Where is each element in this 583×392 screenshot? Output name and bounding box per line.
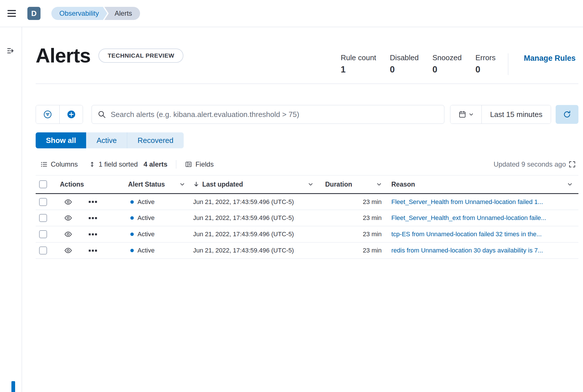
search-input[interactable] [111, 110, 438, 119]
row-actions-menu-button[interactable] [89, 201, 97, 203]
alert-reason-link[interactable]: tcp-ES from Unnamed-location failed 32 t… [391, 231, 542, 238]
alert-reason-link[interactable]: Fleet_Server_Health from Unnamed-locatio… [391, 198, 543, 205]
eye-icon [64, 246, 72, 254]
stat-label: Errors [475, 53, 496, 62]
plus-in-circle-icon [67, 110, 76, 119]
alert-status-value: Active [137, 247, 155, 254]
menu-toggle-button[interactable] [7, 9, 19, 18]
columns-label: Columns [51, 160, 78, 168]
search-icon [98, 110, 106, 119]
eye-icon [64, 230, 72, 238]
eye-icon [64, 198, 72, 206]
search-bar-row: Last 15 minutes [36, 105, 578, 124]
row-actions-menu-button[interactable] [89, 233, 97, 235]
add-filter-button[interactable] [59, 105, 83, 124]
expand-sidebar-button[interactable] [5, 45, 17, 57]
fullscreen-icon [568, 160, 576, 168]
chevron-down-icon [179, 181, 185, 187]
view-alert-details-button[interactable] [64, 214, 72, 222]
alerts-search-box[interactable] [92, 105, 444, 124]
row-checkbox[interactable] [39, 214, 47, 222]
row-actions-menu-button[interactable] [89, 217, 97, 219]
column-header-last-updated[interactable]: Last updated [191, 175, 319, 194]
stat-label: Snoozed [432, 53, 462, 62]
filter-in-circle-icon [43, 110, 52, 119]
column-header-duration[interactable]: Duration [319, 175, 388, 194]
filter-show-all[interactable]: Show all [36, 132, 86, 148]
query-filter-group [36, 105, 83, 124]
filter-active[interactable]: Active [86, 132, 127, 148]
list-icon [40, 161, 48, 168]
sorted-label: 1 field sorted [99, 160, 138, 168]
fields-button[interactable]: Fields [185, 160, 214, 168]
alert-row: Active Jun 21, 2022, 17:43:59.496 (UTC-5… [36, 243, 578, 259]
boxes-horizontal-icon [89, 250, 97, 252]
alerts-count: 4 alerts [143, 160, 167, 168]
last-updated-value: Jun 21, 2022, 17:43:59.496 (UTC-5) [191, 210, 319, 226]
chevron-down-icon [567, 181, 573, 187]
stat-errors: Errors 0 [475, 53, 496, 75]
topbar: D Observability Alerts [0, 0, 583, 27]
sort-icon [89, 161, 96, 168]
breadcrumb: Observability Alerts [51, 7, 140, 20]
alert-status-filter-group: Show all Active Recovered [36, 132, 184, 148]
page-header: Alerts TECHNICAL PREVIEW Rule count 1 Di… [36, 27, 578, 75]
date-quick-select-button[interactable] [450, 105, 482, 124]
column-header-alert-status[interactable]: Alert Status [126, 175, 191, 194]
rule-stats: Rule count 1 Disabled 0 Snoozed 0 Erro [341, 53, 496, 75]
alert-reason-link[interactable]: Fleet_Server_Health_ext from Unnamed-loc… [391, 214, 546, 221]
columns-button[interactable]: Columns [40, 160, 78, 168]
breadcrumb-observability[interactable]: Observability [51, 7, 103, 20]
eye-icon [64, 214, 72, 222]
chevron-down-icon [308, 181, 313, 187]
date-picker: Last 15 minutes [450, 105, 551, 124]
alerts-page: Alerts TECHNICAL PREVIEW Rule count 1 Di… [22, 27, 583, 392]
row-actions-menu-button[interactable] [89, 250, 97, 252]
nav-accent-bar [11, 381, 15, 392]
duration-value: 23 min [319, 243, 388, 259]
column-header-reason[interactable]: Reason [388, 175, 578, 194]
column-label: Reason [391, 181, 415, 188]
manage-rules-link[interactable]: Manage Rules [521, 53, 578, 63]
last-updated-value: Jun 21, 2022, 17:43:59.496 (UTC-5) [191, 243, 319, 259]
fields-label: Fields [195, 160, 214, 168]
view-alert-details-button[interactable] [64, 230, 72, 238]
space-avatar[interactable]: D [27, 7, 41, 20]
column-label: Last updated [202, 181, 243, 188]
view-alert-details-button[interactable] [64, 198, 72, 206]
sort-fields-button[interactable]: 1 field sorted [89, 160, 138, 168]
filter-recovered[interactable]: Recovered [127, 132, 184, 148]
fullscreen-button[interactable] [568, 160, 576, 168]
stat-value: 1 [341, 64, 376, 75]
data-grid-toolbar: Columns 1 field sorted 4 alerts [36, 156, 578, 172]
select-all-checkbox[interactable] [39, 180, 47, 188]
stat-label: Disabled [390, 53, 419, 62]
page-title: Alerts [36, 42, 90, 69]
stat-rule-count: Rule count 1 [341, 53, 376, 75]
row-checkbox[interactable] [39, 230, 47, 238]
last-updated-value: Jun 21, 2022, 17:43:59.496 (UTC-5) [191, 226, 319, 243]
alert-status-value: Active [137, 198, 155, 206]
refresh-button[interactable] [556, 105, 578, 124]
sort-descending-arrow-icon [193, 181, 199, 187]
row-checkbox[interactable] [39, 198, 47, 206]
fields-icon [185, 161, 192, 168]
alerts-table: Actions Alert Status Last updated [36, 175, 578, 259]
view-alert-details-button[interactable] [64, 246, 72, 254]
alerts-table-body: Active Jun 21, 2022, 17:43:59.496 (UTC-5… [36, 194, 578, 259]
chevron-down-icon [469, 112, 474, 117]
collapsed-sidebar [0, 27, 22, 392]
stat-value: 0 [432, 64, 462, 75]
boxes-horizontal-icon [89, 233, 97, 235]
alert-reason-link[interactable]: redis from Unnamed-location 30 days avai… [391, 247, 543, 254]
row-checkbox[interactable] [39, 246, 47, 254]
chevron-down-icon [376, 181, 382, 187]
updated-timestamp: Updated 9 seconds ago [493, 160, 566, 168]
time-range-button[interactable]: Last 15 minutes [482, 105, 551, 124]
calendar-icon [458, 110, 466, 118]
saved-queries-button[interactable] [36, 105, 59, 124]
kibana-app: D Observability Alerts Alerts TECHNICAL … [0, 0, 583, 392]
menu-right-icon [7, 47, 15, 55]
boxes-horizontal-icon [89, 217, 97, 219]
technical-preview-badge: TECHNICAL PREVIEW [98, 49, 183, 63]
